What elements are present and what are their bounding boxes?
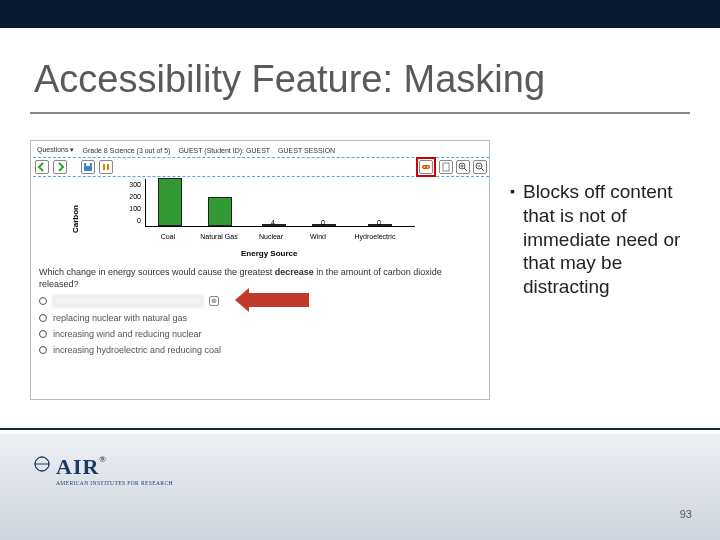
title-underline xyxy=(30,112,690,114)
svg-rect-2 xyxy=(103,164,105,170)
top-bar xyxy=(0,0,720,28)
callout-arrow xyxy=(249,293,309,307)
svg-line-9 xyxy=(464,168,467,171)
breadcrumb-grade: Grade 8 Science (3 out of 5) xyxy=(82,147,170,154)
svg-point-5 xyxy=(424,166,426,168)
choice-c-label: increasing wind and reducing nuclear xyxy=(53,329,202,339)
svg-rect-4 xyxy=(422,165,430,169)
val-nuclear: 4 xyxy=(261,219,285,226)
choice-c[interactable]: increasing wind and reducing nuclear xyxy=(39,329,483,339)
choice-d-label: increasing hydroelectric and reducing co… xyxy=(53,345,221,355)
question-emphasis: decrease xyxy=(275,267,314,277)
footer-band xyxy=(0,434,720,540)
bar-coal xyxy=(158,178,182,226)
footer-divider xyxy=(0,428,720,430)
air-logo: AIR® AMERICAN INSTITUTES FOR RESEARCH xyxy=(32,454,173,486)
page-number: 93 xyxy=(680,508,692,520)
choice-d[interactable]: increasing hydroelectric and reducing co… xyxy=(39,345,483,355)
question-text: Which change in energy sources would cau… xyxy=(39,267,483,290)
ytick-100: 100 xyxy=(121,203,141,215)
bar-natural-gas xyxy=(208,197,232,226)
bullet-text: Blocks off content that is not of immedi… xyxy=(523,180,700,299)
svg-line-13 xyxy=(481,168,484,171)
choice-b[interactable]: replacing nuclear with natural gas xyxy=(39,313,483,323)
breadcrumb-student: GUEST (Student ID): GUEST xyxy=(178,147,270,154)
radio-icon[interactable] xyxy=(39,314,47,322)
slide: Accessibility Feature: Masking Questions… xyxy=(0,0,720,540)
ytick-0: 0 xyxy=(121,215,141,227)
choice-b-label: replacing nuclear with natural gas xyxy=(53,313,187,323)
mask-overlay[interactable] xyxy=(53,295,203,307)
val-wind: 0 xyxy=(311,219,335,226)
ytick-200: 200 xyxy=(121,191,141,203)
chart-ylabel: Carbon xyxy=(71,205,80,233)
svg-rect-7 xyxy=(443,163,449,171)
breadcrumb-session: GUEST SESSION xyxy=(278,147,335,154)
radio-icon[interactable] xyxy=(39,346,47,354)
logo-subtitle: AMERICAN INSTITUTES FOR RESEARCH xyxy=(56,480,173,486)
logo-letters: AIR xyxy=(56,454,99,480)
bar-chart: 300 200 100 0 4 0 0 Coal Natural Gas Nuc… xyxy=(121,179,421,245)
chart-yticks: 300 200 100 0 xyxy=(121,179,141,227)
svg-point-6 xyxy=(427,166,429,168)
cat-natural-gas: Natural Gas xyxy=(197,233,241,240)
radio-icon[interactable] xyxy=(39,297,47,305)
cat-nuclear: Nuclear xyxy=(251,233,291,240)
masking-button-highlight xyxy=(416,157,436,177)
back-button[interactable] xyxy=(35,160,49,174)
bullet-list: Blocks off content that is not of immedi… xyxy=(510,180,700,299)
chart-xlabel: Energy Source xyxy=(241,249,297,258)
pause-button[interactable] xyxy=(99,160,113,174)
breadcrumb: Questions ▾ Grade 8 Science (3 out of 5)… xyxy=(33,143,489,157)
next-button[interactable] xyxy=(53,160,67,174)
zoom-in-button[interactable] xyxy=(456,160,470,174)
breadcrumb-questions[interactable]: Questions ▾ xyxy=(37,146,74,154)
toolbar xyxy=(33,157,489,177)
slide-title: Accessibility Feature: Masking xyxy=(34,58,545,101)
question-pre: Which change in energy sources would cau… xyxy=(39,267,275,277)
mask-close-icon[interactable]: ⊗ xyxy=(209,296,219,306)
logo-icon xyxy=(32,454,52,474)
save-button[interactable] xyxy=(81,160,95,174)
svg-rect-1 xyxy=(86,163,90,166)
radio-icon[interactable] xyxy=(39,330,47,338)
ytick-300: 300 xyxy=(121,179,141,191)
svg-rect-3 xyxy=(107,164,109,170)
cat-coal: Coal xyxy=(153,233,183,240)
notes-button[interactable] xyxy=(439,160,453,174)
assessment-screenshot: Questions ▾ Grade 8 Science (3 out of 5)… xyxy=(30,140,490,400)
val-hydro: 0 xyxy=(367,219,391,226)
zoom-out-button[interactable] xyxy=(473,160,487,174)
cat-wind: Wind xyxy=(303,233,333,240)
masking-button[interactable] xyxy=(419,160,433,174)
cat-hydroelectric: Hydroelectric xyxy=(345,233,405,240)
registered-icon: ® xyxy=(99,454,107,464)
